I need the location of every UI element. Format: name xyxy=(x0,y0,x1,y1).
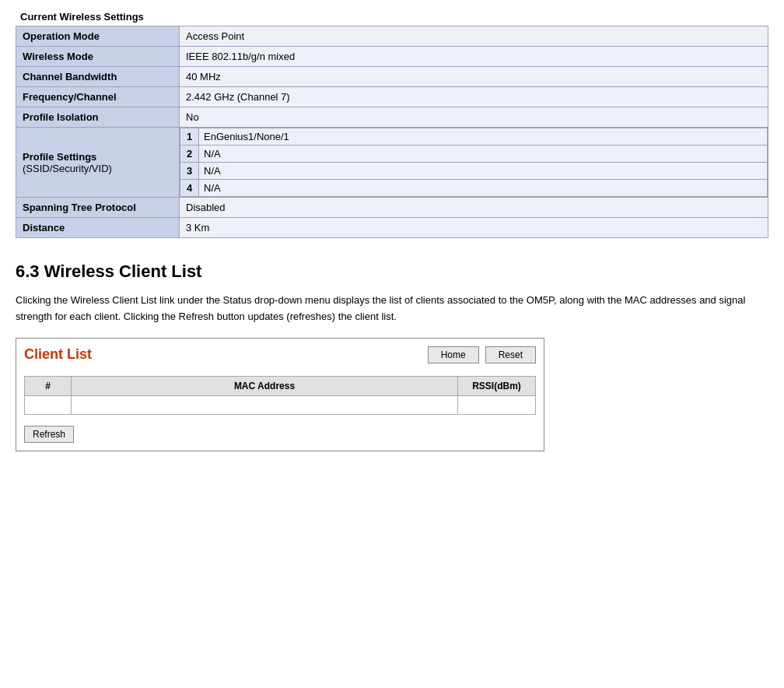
profile-sub-row: 2 N/A xyxy=(180,146,768,163)
profile-settings-row: Profile Settings(SSID/Security/VID)1 EnG… xyxy=(16,128,768,198)
client-list-title: Client List xyxy=(24,346,92,363)
row-label: Profile Isolation xyxy=(16,107,180,128)
wireless-settings-table: Current Wireless Settings Operation Mode… xyxy=(16,8,768,238)
profile-label: Profile Settings(SSID/Security/VID) xyxy=(16,128,180,198)
client-list-buttons: Home Reset xyxy=(428,346,536,363)
refresh-button[interactable]: Refresh xyxy=(24,426,74,443)
profile-num: 4 xyxy=(180,180,199,197)
profile-val: N/A xyxy=(199,146,768,163)
col-mac: MAC Address xyxy=(72,376,458,395)
description-text: Clicking the Wireless Client List link u… xyxy=(16,293,768,325)
row-value: IEEE 802.11b/g/n mixed xyxy=(180,47,768,67)
table-row: Operation Mode Access Point xyxy=(16,26,768,47)
profile-sub-table: 1 EnGenius1/None/12 N/A3 N/A4 N/A xyxy=(180,128,768,197)
profile-num: 2 xyxy=(180,146,199,163)
table-row: Spanning Tree Protocol Disabled xyxy=(16,198,768,218)
table-row: Channel Bandwidth 40 MHz xyxy=(16,67,768,87)
profile-val: N/A xyxy=(199,163,768,180)
table-row: Frequency/Channel 2.442 GHz (Channel 7) xyxy=(16,87,768,107)
profile-num: 3 xyxy=(180,163,199,180)
row-label: Wireless Mode xyxy=(16,47,180,67)
profile-sub-row: 4 N/A xyxy=(180,180,768,197)
row-label: Distance xyxy=(16,218,180,238)
row-value: Access Point xyxy=(180,26,768,47)
row-value: Disabled xyxy=(180,198,768,218)
profile-num: 1 xyxy=(180,128,199,146)
row-label: Channel Bandwidth xyxy=(16,67,180,87)
table-row: Wireless Mode IEEE 802.11b/g/n mixed xyxy=(16,47,768,67)
client-table-empty-row xyxy=(25,395,536,414)
section-heading: 6.3 Wireless Client List xyxy=(16,262,768,282)
profile-value: 1 EnGenius1/None/12 N/A3 N/A4 N/A xyxy=(180,128,768,198)
profile-sub-row: 3 N/A xyxy=(180,163,768,180)
row-label: Spanning Tree Protocol xyxy=(16,198,180,218)
profile-sub-row: 1 EnGenius1/None/1 xyxy=(180,128,768,146)
table-caption: Current Wireless Settings xyxy=(16,8,768,26)
row-value: 40 MHz xyxy=(180,67,768,87)
row-label: Operation Mode xyxy=(16,26,180,47)
row-value: 3 Km xyxy=(180,218,768,238)
profile-val: N/A xyxy=(199,180,768,197)
row-label: Frequency/Channel xyxy=(16,87,180,107)
client-table: # MAC Address RSSI(dBm) xyxy=(24,376,536,415)
table-row: Profile Isolation No xyxy=(16,107,768,128)
col-hash: # xyxy=(25,376,72,395)
table-row: Distance 3 Km xyxy=(16,218,768,238)
profile-val: EnGenius1/None/1 xyxy=(199,128,768,146)
client-list-box: Client List Home Reset # MAC Address RSS… xyxy=(16,338,544,451)
client-list-header: Client List Home Reset xyxy=(24,346,536,363)
client-table-header-row: # MAC Address RSSI(dBm) xyxy=(25,376,536,395)
row-value: 2.442 GHz (Channel 7) xyxy=(180,87,768,107)
row-value: No xyxy=(180,107,768,128)
home-button[interactable]: Home xyxy=(428,346,479,363)
reset-button[interactable]: Reset xyxy=(485,346,536,363)
col-rssi: RSSI(dBm) xyxy=(458,376,536,395)
